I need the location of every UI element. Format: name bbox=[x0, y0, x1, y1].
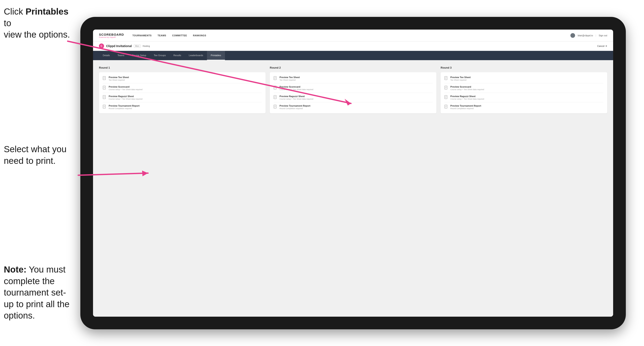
cancel-button[interactable]: Cancel ✕ bbox=[597, 45, 607, 47]
r2-report-title: Preview Tournament Report bbox=[280, 105, 432, 107]
r2-raguzzi-subtitle: Course setup + Tee Sheet data required bbox=[280, 98, 432, 100]
document-icon bbox=[103, 95, 106, 100]
r3-scorecard[interactable]: Preview Scorecard Course setup + Tee She… bbox=[444, 83, 604, 93]
r3-raguzzi-subtitle: Course setup + Tee Sheet data required bbox=[450, 98, 604, 100]
r2-raguzzi-info: Preview Raguzzi Sheet Course setup + Tee… bbox=[280, 95, 432, 100]
r2-raguzzi[interactable]: Preview Raguzzi Sheet Course setup + Tee… bbox=[274, 93, 432, 102]
round-2-title: Round 2 bbox=[270, 66, 436, 69]
r1-raguzzi-title: Preview Raguzzi Sheet bbox=[109, 95, 262, 98]
r1-scorecard-info: Preview Scorecard Course setup + Tee She… bbox=[109, 85, 262, 91]
document-icon bbox=[274, 76, 278, 81]
r1-report-title: Preview Tournament Report bbox=[109, 105, 262, 107]
r2-tee-sheet-title: Preview Tee Sheet bbox=[280, 76, 432, 79]
r2-scorecard-title: Preview Scorecard bbox=[280, 85, 432, 88]
document-icon bbox=[444, 86, 448, 90]
tournament-name: Clippd Invitational bbox=[106, 44, 132, 48]
r1-tee-sheet-title: Preview Tee Sheet bbox=[109, 76, 262, 79]
r1-report-info: Preview Tournament Report Round Completi… bbox=[109, 105, 262, 110]
round-3-column: Round 3 Preview Tee Sheet Tee S bbox=[440, 66, 607, 113]
r3-tournament-report[interactable]: Preview Tournament Report Round Completi… bbox=[444, 102, 604, 110]
tab-tee-groups[interactable]: Tee Groups bbox=[150, 51, 170, 60]
document-icon bbox=[103, 105, 106, 109]
r2-tournament-report[interactable]: Preview Tournament Report Round Completi… bbox=[274, 102, 432, 110]
r3-tee-sheet-info: Preview Tee Sheet Tee Sheet required bbox=[450, 76, 604, 81]
tournament-info: C Clippd Invitational Men Hosting bbox=[99, 43, 150, 48]
r3-tee-sheet[interactable]: Preview Tee Sheet Tee Sheet required bbox=[444, 76, 604, 83]
r2-tee-sheet[interactable]: Preview Tee Sheet Tee Sheet required bbox=[274, 76, 432, 83]
main-content: Round 1 Preview Tee Sheet Tee S bbox=[93, 60, 613, 317]
tab-leaderboards[interactable]: Leaderboards bbox=[185, 51, 207, 60]
r2-report-subtitle: Round Completion required bbox=[280, 107, 432, 110]
tablet-device: SCOREBOARD Powered by clippd® TOURNAMENT… bbox=[80, 17, 626, 329]
document-icon bbox=[274, 86, 278, 90]
r3-raguzzi-info: Preview Raguzzi Sheet Course setup + Tee… bbox=[450, 95, 604, 100]
document-icon bbox=[444, 76, 448, 81]
round-1-column: Round 1 Preview Tee Sheet Tee S bbox=[99, 66, 266, 113]
scoreboard-brand: SCOREBOARD Powered by clippd® bbox=[99, 33, 124, 38]
r2-scorecard[interactable]: Preview Scorecard Course setup + Tee She… bbox=[274, 83, 432, 93]
r1-raguzzi-info: Preview Raguzzi Sheet Course setup + Tee… bbox=[109, 95, 262, 100]
r1-report-subtitle: Round Completion required bbox=[109, 107, 262, 110]
r1-scorecard-title: Preview Scorecard bbox=[109, 85, 262, 88]
rounds-grid: Round 1 Preview Tee Sheet Tee S bbox=[99, 66, 607, 113]
r1-scorecard[interactable]: Preview Scorecard Course setup + Tee She… bbox=[103, 83, 262, 93]
tab-results[interactable]: Results bbox=[170, 51, 185, 60]
r1-tournament-report[interactable]: Preview Tournament Report Round Completi… bbox=[103, 102, 262, 110]
r2-report-info: Preview Tournament Report Round Completi… bbox=[280, 105, 432, 110]
r3-scorecard-info: Preview Scorecard Course setup + Tee She… bbox=[450, 85, 604, 91]
tournament-header: C Clippd Invitational Men Hosting Cancel… bbox=[93, 41, 613, 51]
instruction-bottom: Note: You must complete the tournament s… bbox=[4, 264, 76, 322]
nav-left: SCOREBOARD Powered by clippd® TOURNAMENT… bbox=[99, 33, 206, 38]
tab-details[interactable]: Details bbox=[99, 51, 114, 60]
r3-report-subtitle: Round Completion required bbox=[450, 107, 604, 110]
r2-scorecard-info: Preview Scorecard Course setup + Tee She… bbox=[280, 85, 432, 91]
round-3-card: Preview Tee Sheet Tee Sheet required bbox=[440, 72, 607, 113]
r3-raguzzi[interactable]: Preview Raguzzi Sheet Course setup + Tee… bbox=[444, 93, 604, 102]
powered-by: Powered by clippd® bbox=[99, 36, 124, 38]
r1-tee-sheet[interactable]: Preview Tee Sheet Tee Sheet required bbox=[103, 76, 262, 83]
round-2-card: Preview Tee Sheet Tee Sheet required bbox=[270, 72, 436, 113]
r3-raguzzi-title: Preview Raguzzi Sheet bbox=[450, 95, 604, 98]
nav-tournaments[interactable]: TOURNAMENTS bbox=[132, 33, 152, 38]
instruction-top: Click Printables toview the options. bbox=[4, 6, 76, 40]
r3-tee-sheet-title: Preview Tee Sheet bbox=[450, 76, 604, 79]
document-icon bbox=[274, 95, 278, 100]
tablet-screen: SCOREBOARD Powered by clippd® TOURNAMENT… bbox=[93, 29, 613, 317]
close-icon: ✕ bbox=[605, 45, 607, 47]
separator: | bbox=[596, 34, 596, 37]
tab-course-setup[interactable]: Course Setup bbox=[128, 51, 150, 60]
printables-bold: Printables bbox=[26, 6, 68, 16]
r1-raguzzi[interactable]: Preview Raguzzi Sheet Course setup + Tee… bbox=[103, 93, 262, 102]
nav-rankings[interactable]: RANKINGS bbox=[193, 33, 206, 38]
instruction-middle: Select what you need to print. bbox=[4, 144, 76, 167]
r3-scorecard-subtitle: Course setup + Tee Sheet data required bbox=[450, 88, 604, 91]
user-email: blair@clippd.io bbox=[578, 34, 593, 37]
r2-raguzzi-title: Preview Raguzzi Sheet bbox=[280, 95, 432, 98]
document-icon bbox=[274, 105, 278, 109]
r3-scorecard-title: Preview Scorecard bbox=[450, 85, 604, 88]
nav-teams[interactable]: TEAMS bbox=[158, 33, 166, 38]
round-1-title: Round 1 bbox=[99, 66, 266, 69]
tab-bar: Details Teams Course Setup Tee Groups Re… bbox=[93, 51, 613, 60]
top-navigation: SCOREBOARD Powered by clippd® TOURNAMENT… bbox=[93, 29, 613, 41]
tab-teams[interactable]: Teams bbox=[114, 51, 128, 60]
brand-title: SCOREBOARD bbox=[99, 33, 124, 36]
round-2-column: Round 2 Preview Tee Sheet Tee S bbox=[270, 66, 436, 113]
tournament-badge: Men bbox=[134, 44, 140, 48]
nav-links: TOURNAMENTS TEAMS COMMITTEE RANKINGS bbox=[132, 33, 206, 38]
nav-right: blair@clippd.io | Sign out bbox=[570, 33, 607, 38]
document-icon bbox=[444, 105, 448, 109]
r3-report-info: Preview Tournament Report Round Completi… bbox=[450, 105, 604, 110]
sign-out-link[interactable]: Sign out bbox=[599, 34, 607, 37]
r2-tee-sheet-subtitle: Tee Sheet required bbox=[280, 79, 432, 81]
hosting-status: Hosting bbox=[143, 45, 150, 47]
user-avatar bbox=[570, 33, 575, 38]
r3-report-title: Preview Tournament Report bbox=[450, 105, 604, 107]
r1-raguzzi-subtitle: Course setup + Tee Sheet data required bbox=[109, 98, 262, 100]
nav-committee[interactable]: COMMITTEE bbox=[172, 33, 187, 38]
document-icon bbox=[444, 95, 448, 100]
r3-tee-sheet-subtitle: Tee Sheet required bbox=[450, 79, 604, 81]
clippd-logo-icon: C bbox=[99, 43, 104, 48]
tab-printables[interactable]: Printables bbox=[207, 51, 225, 60]
r2-tee-sheet-info: Preview Tee Sheet Tee Sheet required bbox=[280, 76, 432, 81]
